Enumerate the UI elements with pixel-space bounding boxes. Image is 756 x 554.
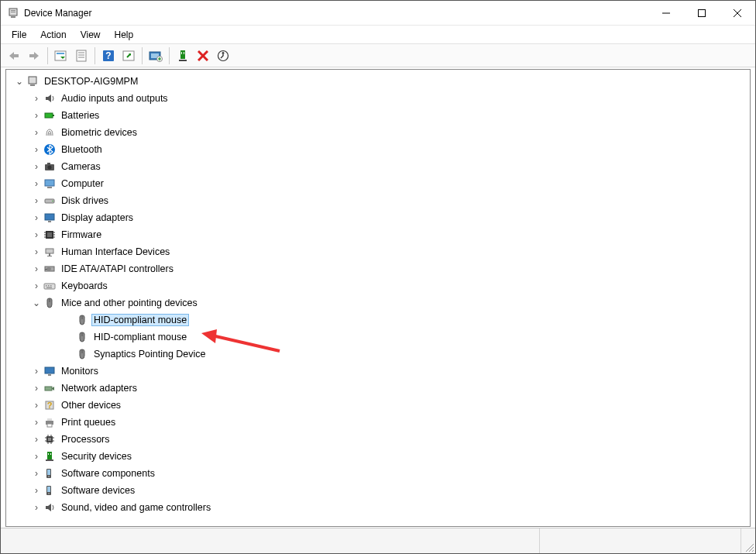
sound-icon: [43, 501, 56, 514]
tree-item-label: Cameras: [59, 160, 103, 173]
chevron-right-icon[interactable]: ›: [31, 468, 42, 479]
chevron-right-icon[interactable]: ›: [31, 434, 42, 445]
menu-help[interactable]: Help: [108, 27, 140, 43]
help-button[interactable]: ?: [98, 46, 119, 65]
resize-grip-icon[interactable]: [741, 528, 755, 553]
tree-item[interactable]: › IDE ATA/ATAPI controllers: [9, 260, 750, 277]
tree-item[interactable]: › Print queues: [9, 414, 750, 431]
computer-icon: [43, 177, 56, 190]
tree-item-mice[interactable]: ⌄ Mice and other pointing devices: [9, 294, 750, 311]
tree-item-label: Batteries: [59, 109, 101, 122]
chevron-right-icon[interactable]: ›: [31, 400, 42, 411]
tree-item[interactable]: › Keyboards: [9, 277, 750, 294]
tree-item[interactable]: › Monitors: [9, 363, 750, 380]
tree-item[interactable]: › Firmware: [9, 226, 750, 243]
scan-hardware-button[interactable]: [213, 46, 233, 65]
toolbar-separator: [142, 47, 143, 64]
menu-view[interactable]: View: [74, 27, 107, 43]
chevron-down-icon[interactable]: ⌄: [14, 76, 25, 87]
tree-item[interactable]: › Sound, video and game controllers: [9, 499, 750, 516]
tree-item[interactable]: › Network adapters: [9, 380, 750, 397]
tree-item[interactable]: › Display adapters: [9, 209, 750, 226]
tree-item[interactable]: › Biometric devices: [9, 124, 750, 141]
chevron-right-icon[interactable]: ›: [31, 485, 42, 496]
chevron-right-icon[interactable]: ›: [31, 93, 42, 104]
close-button[interactable]: [720, 1, 755, 25]
tree-item[interactable]: › Cameras: [9, 158, 750, 175]
camera-icon: [43, 160, 56, 173]
tree-leaf-label: HID-compliant mouse: [91, 314, 189, 326]
chevron-right-icon[interactable]: ›: [31, 110, 42, 121]
tree-leaf-selected[interactable]: HID-compliant mouse: [9, 311, 750, 329]
uninstall-button[interactable]: [193, 46, 213, 65]
mouse-icon: [76, 348, 88, 360]
chevron-right-icon[interactable]: ›: [31, 246, 42, 257]
back-button[interactable]: [4, 46, 24, 65]
show-hidden-button[interactable]: [51, 46, 71, 65]
chevron-right-icon[interactable]: ›: [31, 451, 42, 462]
chevron-right-icon[interactable]: ›: [31, 144, 42, 155]
minimize-button[interactable]: [648, 1, 684, 25]
tree-item-label: Software devices: [59, 484, 137, 497]
tree-leaf[interactable]: Synaptics Pointing Device: [9, 346, 750, 363]
tree-item[interactable]: › Software components: [9, 465, 750, 482]
chevron-right-icon[interactable]: ›: [31, 195, 42, 206]
maximize-button[interactable]: [684, 1, 720, 25]
refresh-button[interactable]: [119, 46, 139, 65]
chevron-right-icon[interactable]: ›: [31, 229, 42, 240]
chevron-right-icon[interactable]: ›: [31, 366, 42, 377]
svg-rect-65: [48, 374, 51, 376]
svg-rect-35: [45, 180, 54, 186]
svg-rect-58: [50, 285, 52, 287]
update-driver-button[interactable]: [146, 46, 166, 65]
tree-item[interactable]: › Software devices: [9, 482, 750, 499]
tree-root-label: DESKTOP-AIG9MPM: [42, 75, 140, 88]
tree-item[interactable]: › Security devices: [9, 448, 750, 465]
chevron-right-icon[interactable]: ›: [31, 127, 42, 138]
install-driver-button[interactable]: [173, 46, 193, 65]
menu-file[interactable]: File: [5, 27, 33, 43]
tree-item-label: Monitors: [59, 365, 101, 377]
tree-item[interactable]: › Batteries: [9, 107, 750, 124]
tree-item[interactable]: › ? Other devices: [9, 397, 750, 414]
tree-leaf-label: HID-compliant mouse: [91, 331, 189, 343]
chevron-right-icon[interactable]: ›: [31, 212, 42, 223]
chevron-right-icon[interactable]: ›: [31, 417, 42, 428]
tree-item[interactable]: › Human Interface Devices: [9, 243, 750, 260]
tree-item[interactable]: › Audio inputs and outputs: [9, 90, 750, 107]
svg-rect-3: [11, 12, 15, 12]
svg-rect-22: [181, 52, 182, 54]
chevron-right-icon[interactable]: ›: [31, 502, 42, 513]
svg-rect-8: [55, 51, 66, 60]
audio-icon: [43, 92, 56, 105]
tree-leaf[interactable]: HID-compliant mouse: [9, 329, 750, 346]
svg-rect-20: [180, 50, 185, 59]
battery-icon: [43, 109, 56, 122]
tree-item-label: Print queues: [59, 416, 118, 428]
device-tree-panel[interactable]: ⌄ DESKTOP-AIG9MPM › Audio inputs and out…: [5, 69, 751, 527]
chevron-down-icon[interactable]: ⌄: [31, 298, 42, 308]
software-icon: [43, 484, 56, 497]
tree-item[interactable]: › Bluetooth: [9, 141, 750, 158]
chevron-right-icon[interactable]: ›: [31, 280, 42, 291]
forward-button[interactable]: [24, 46, 44, 65]
menu-action[interactable]: Action: [34, 27, 72, 43]
chevron-right-icon[interactable]: ›: [31, 178, 42, 189]
network-icon: [43, 382, 56, 394]
toolbar-separator: [94, 47, 95, 64]
tree-item[interactable]: › Computer: [9, 175, 750, 192]
tree-root[interactable]: ⌄ DESKTOP-AIG9MPM: [9, 73, 750, 90]
ide-icon: [43, 263, 56, 275]
chevron-right-icon[interactable]: ›: [31, 161, 42, 172]
svg-text:?: ?: [47, 401, 53, 410]
menubar: File Action View Help: [1, 26, 755, 44]
disk-icon: [43, 194, 56, 207]
tree-item-label: Software components: [59, 467, 157, 480]
chevron-right-icon[interactable]: ›: [31, 263, 42, 274]
properties-button[interactable]: [71, 46, 91, 65]
tree-item[interactable]: › Processors: [9, 431, 750, 448]
tree-item-label: Security devices: [59, 450, 134, 463]
svg-point-88: [48, 476, 50, 477]
chevron-right-icon[interactable]: ›: [31, 383, 42, 394]
tree-item[interactable]: › Disk drives: [9, 192, 750, 209]
